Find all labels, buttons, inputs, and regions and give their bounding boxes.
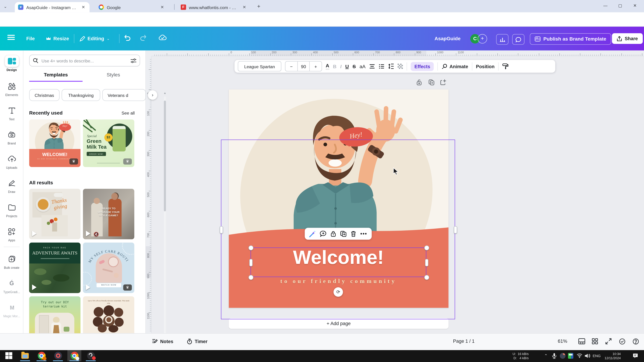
resize-menu[interactable]: Resize <box>46 33 69 43</box>
template-thumb-selfcare[interactable]: MY SELF CARE ROUTINE WATCH NOW ♛ <box>83 243 134 293</box>
chip-thanksgiving[interactable]: Thanksgiving <box>62 89 100 101</box>
share-button[interactable]: Share <box>612 33 643 44</box>
rotate-handle[interactable]: ⟳ <box>334 287 343 297</box>
text-selection-box[interactable] <box>250 247 426 277</box>
selection-corner-handle[interactable] <box>424 245 429 250</box>
template-search-box[interactable] <box>29 54 140 66</box>
panel-scrollbar[interactable]: ▲ ▼ <box>164 91 166 354</box>
fullscreen-button[interactable] <box>605 338 612 344</box>
undo-button[interactable] <box>124 34 131 41</box>
file-menu[interactable]: File <box>26 33 35 43</box>
window-close-button[interactable]: ✕ <box>630 1 640 11</box>
sidebar-item-brand[interactable]: Brand <box>0 129 24 145</box>
sidebar-item-apps[interactable]: Apps <box>0 226 24 242</box>
zoom-level[interactable]: 61% <box>558 339 567 344</box>
new-tab-button[interactable]: + <box>256 3 262 10</box>
selection-corner-handle[interactable] <box>424 275 429 280</box>
tab-styles[interactable]: Styles <box>86 72 140 81</box>
filter-icon[interactable] <box>130 58 136 63</box>
search-input[interactable] <box>40 58 130 63</box>
chips-scroll-right-icon[interactable]: › <box>148 90 157 100</box>
taskbar-chrome-1[interactable] <box>34 350 48 361</box>
grid-view-button[interactable] <box>592 338 598 344</box>
sidebar-item-projects[interactable]: Projects <box>0 201 24 218</box>
taskbar-obs[interactable] <box>84 350 98 361</box>
font-size-value[interactable]: 90 <box>297 61 310 71</box>
selection-corner-handle[interactable] <box>248 275 254 280</box>
sidebar-item-magic-morph[interactable]: M Magic Mor... <box>0 302 24 318</box>
start-button[interactable] <box>2 350 16 361</box>
bold-button[interactable]: B <box>333 63 336 69</box>
copy-style-roller-icon[interactable] <box>502 63 508 69</box>
tab-templates[interactable]: Templates <box>29 72 82 82</box>
window-minimize-button[interactable]: — <box>600 1 610 11</box>
pages-view-button[interactable] <box>578 338 585 344</box>
clock[interactable]: 10:34 12/11/2024 <box>604 352 621 360</box>
selection-side-handle-right[interactable] <box>425 259 428 266</box>
more-options-icon[interactable]: ••• <box>360 231 367 237</box>
underline-button[interactable]: U <box>345 63 349 69</box>
sidebar-item-design[interactable]: Design <box>0 55 24 72</box>
browser-tab-whatfontis[interactable]: F www.whatfontis.com - What Fo ✕ <box>178 2 250 12</box>
magic-edit-icon[interactable] <box>309 231 316 237</box>
tray-wifi-icon[interactable] <box>576 354 582 358</box>
notes-button[interactable]: Notes <box>152 339 173 344</box>
page-lock-icon[interactable] <box>416 79 422 85</box>
duplicate-icon[interactable] <box>340 231 347 237</box>
sidebar-item-elements[interactable]: Elements <box>0 80 24 97</box>
tray-expand-icon[interactable]: ⌃ <box>544 354 548 358</box>
page-duplicate-icon[interactable] <box>428 79 434 85</box>
redo-button[interactable] <box>140 34 147 41</box>
animate-button[interactable]: Animate <box>442 63 468 69</box>
selection-side-handle-left[interactable] <box>249 259 253 266</box>
tray-volume-icon[interactable] <box>585 354 590 358</box>
tray-app-icon[interactable] <box>560 353 566 359</box>
chip-veterans-day[interactable]: Veterans d <box>102 89 146 101</box>
font-size-decrease[interactable]: − <box>286 61 297 71</box>
main-menu-icon[interactable] <box>7 34 15 40</box>
page-add-icon[interactable] <box>440 79 446 85</box>
saved-check-icon[interactable] <box>619 338 626 345</box>
see-all-link[interactable]: See all <box>122 110 134 115</box>
cloud-saved-icon[interactable] <box>158 34 167 41</box>
effects-button[interactable]: Effects <box>411 62 434 71</box>
help-button[interactable] <box>632 338 639 345</box>
template-thumb-welcome[interactable]: Hey! WELCOME! to our friendly community … <box>29 119 80 167</box>
tab-close-icon[interactable]: ✕ <box>80 4 86 10</box>
tab-close-icon[interactable]: ✕ <box>242 4 247 10</box>
browser-tab-canva[interactable]: ♥ AsapGuide - Instagram Post - C ✕ <box>15 2 90 12</box>
sidebar-item-typegradient[interactable]: Ǵ TypeGradi... <box>0 278 24 294</box>
account-avatar-group[interactable]: C + <box>470 34 487 43</box>
tab-search-caret-icon[interactable]: ⌄ <box>2 4 8 9</box>
strikethrough-button[interactable]: S <box>352 63 356 69</box>
tab-close-icon[interactable]: ✕ <box>160 4 165 10</box>
publish-brand-template-button[interactable]: Publish as Brand Template <box>530 33 611 45</box>
position-button[interactable]: Position <box>476 64 494 69</box>
language-indicator[interactable]: ENG <box>593 354 601 358</box>
delete-trash-icon[interactable] <box>351 231 356 237</box>
font-size-increase[interactable]: + <box>310 61 322 71</box>
community-subheading[interactable]: to our friendly community <box>250 278 426 285</box>
timer-button[interactable]: Timer <box>187 339 208 344</box>
italic-button[interactable]: I <box>340 63 342 69</box>
template-thumb-fashion[interactable]: READY TO UPGRADE YOUR STYLE GAME? 🔇 <box>83 189 134 239</box>
alignment-button[interactable] <box>369 64 375 69</box>
sidebar-item-bulk-create[interactable]: Bulk create <box>0 253 24 270</box>
tray-microphone-icon[interactable] <box>552 353 556 359</box>
selection-handle-right[interactable] <box>454 226 457 233</box>
transparency-button[interactable] <box>398 64 403 69</box>
template-thumb-thanksgiving[interactable]: Thanks giving <box>29 189 80 239</box>
comments-button[interactable] <box>512 34 524 45</box>
notification-center-icon[interactable] <box>632 353 638 359</box>
taskbar-file-explorer[interactable] <box>18 350 32 361</box>
invite-member-button[interactable]: + <box>478 34 487 43</box>
template-thumb-green-tea[interactable]: $3 Special Green Milk Tea ORDER NOW! ♛ <box>83 119 134 167</box>
selection-handle-left[interactable] <box>220 226 223 233</box>
scrollbar-thumb[interactable] <box>164 100 166 211</box>
browser-tab-google[interactable]: Google ✕ <box>95 2 168 12</box>
sidebar-item-draw[interactable]: Draw <box>0 177 24 194</box>
window-maximize-button[interactable]: ▢ <box>615 1 625 11</box>
add-page-button[interactable]: + Add page <box>229 318 448 329</box>
taskbar-recorder-app[interactable] <box>51 350 65 361</box>
text-case-button[interactable]: aA <box>360 63 366 69</box>
